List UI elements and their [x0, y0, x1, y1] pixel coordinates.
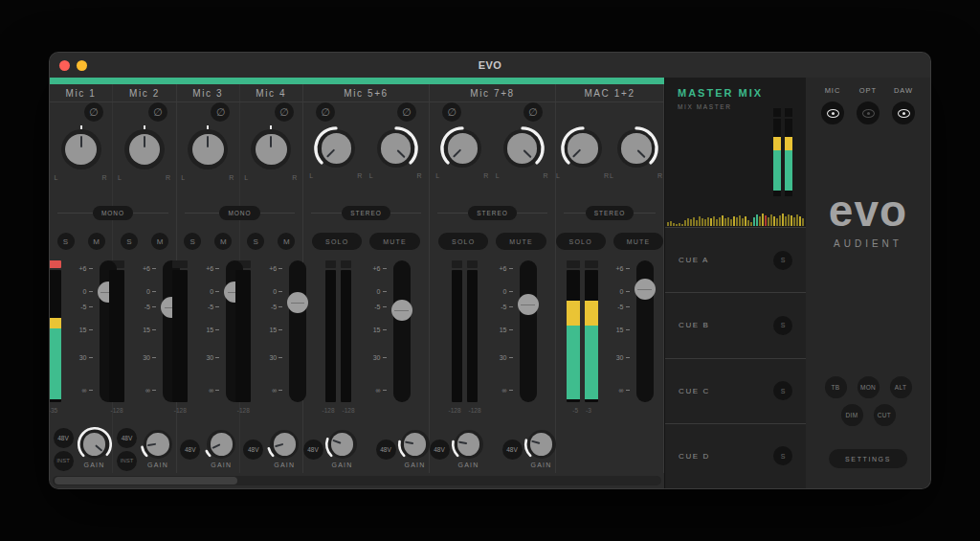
- cue-list: CUE ASCUE BSCUE CSCUE DS: [665, 227, 806, 488]
- inst-button[interactable]: INST: [117, 451, 137, 471]
- fader[interactable]: [393, 260, 411, 402]
- pan-knob-right[interactable]: [503, 129, 542, 168]
- cue-solo-button[interactable]: S: [773, 316, 792, 335]
- fader-handle[interactable]: [518, 294, 539, 315]
- level-meter: [567, 260, 580, 402]
- settings-button[interactable]: SETTINGS: [829, 449, 907, 468]
- cut-button[interactable]: CUT: [874, 404, 896, 426]
- minimize-window-button[interactable]: [77, 60, 87, 71]
- mute-button[interactable]: MUTE: [496, 233, 546, 250]
- gain-knob[interactable]: [455, 430, 483, 459]
- phantom-48v-button[interactable]: 48V: [502, 440, 523, 460]
- phantom-48v-button[interactable]: 48V: [180, 440, 200, 460]
- solo-button[interactable]: S: [121, 233, 138, 250]
- phantom-48v-button[interactable]: 48V: [430, 440, 450, 460]
- phantom-48v-button[interactable]: 48V: [376, 440, 396, 460]
- fader-handle[interactable]: [391, 300, 412, 321]
- mute-button[interactable]: M: [151, 233, 168, 250]
- fader[interactable]: [636, 260, 654, 402]
- gain-label: GAIN: [147, 462, 168, 468]
- accent-bar: [50, 78, 664, 84]
- phase-button-right[interactable]: ∅: [523, 102, 543, 122]
- scale-tick: -5: [368, 304, 387, 310]
- cue-solo-button[interactable]: S: [773, 381, 792, 400]
- channel-mode-pill[interactable]: MONO: [93, 206, 133, 220]
- phase-button[interactable]: ∅: [84, 102, 103, 122]
- channel-pair: Mic 7+8∅∅LRLRSOLOMUTE-128-128+60-51530∞4…: [430, 84, 556, 473]
- phase-button-right[interactable]: ∅: [397, 102, 416, 122]
- channel-mode-pill[interactable]: MONO: [219, 206, 259, 220]
- cue-row-a[interactable]: CUE AS: [665, 227, 806, 292]
- gain-knob[interactable]: [527, 430, 556, 459]
- solo-button[interactable]: S: [184, 233, 201, 250]
- phantom-48v-button[interactable]: 48V: [117, 428, 137, 448]
- pan-lr-labels: LR: [369, 172, 423, 179]
- solo-button[interactable]: SOLO: [312, 233, 362, 250]
- channel-mode-pill[interactable]: STEREO: [468, 206, 517, 220]
- pan-knob-left[interactable]: [443, 129, 481, 168]
- gain-knob[interactable]: [270, 430, 299, 459]
- phantom-48v-button[interactable]: 48V: [243, 440, 263, 460]
- solo-button[interactable]: S: [247, 233, 264, 250]
- inst-button[interactable]: INST: [54, 451, 74, 471]
- meter-level-label: -5-3: [572, 402, 591, 417]
- pan-knob[interactable]: [188, 129, 228, 169]
- phase-button-left[interactable]: ∅: [316, 102, 335, 122]
- phantom-48v-button[interactable]: 48V: [54, 428, 74, 448]
- eye-icon: [898, 109, 910, 118]
- mon-button[interactable]: MON: [858, 376, 880, 398]
- phase-button[interactable]: ∅: [148, 102, 167, 122]
- solo-button[interactable]: S: [57, 233, 75, 250]
- pan-lr-labels: LR: [610, 172, 663, 179]
- alt-speaker-button[interactable]: ALT: [890, 376, 912, 398]
- mute-button[interactable]: M: [278, 233, 295, 250]
- cue-row-d[interactable]: CUE DS: [665, 423, 806, 488]
- channel-strip: Mic 5+6∅∅LRLRSOLOMUTE-128-128+60-51530∞4…: [303, 84, 429, 473]
- scale-tick: 15: [494, 327, 513, 333]
- daw-visibility-button[interactable]: [892, 101, 915, 124]
- gain-knob[interactable]: [328, 430, 357, 459]
- solo-button[interactable]: SOLO: [556, 233, 606, 250]
- cue-label: CUE B: [679, 321, 709, 329]
- fader-handle[interactable]: [635, 279, 656, 300]
- pan-knob[interactable]: [61, 129, 101, 169]
- cue-row-b[interactable]: CUE BS: [665, 292, 806, 357]
- talkback-button[interactable]: TB: [825, 376, 847, 398]
- channel-mode-pill[interactable]: STEREO: [586, 206, 635, 220]
- cue-row-c[interactable]: CUE CS: [665, 358, 806, 423]
- gain-knob[interactable]: [207, 430, 235, 459]
- gain-knob[interactable]: [80, 430, 109, 459]
- solo-button[interactable]: SOLO: [438, 233, 488, 250]
- cue-solo-button[interactable]: S: [773, 446, 792, 465]
- phase-button-left[interactable]: ∅: [442, 102, 461, 122]
- pan-knob[interactable]: [251, 129, 291, 169]
- phantom-48v-button[interactable]: 48V: [303, 440, 323, 460]
- mic-visibility-button[interactable]: [821, 101, 844, 124]
- opt-visibility-button[interactable]: [857, 101, 880, 124]
- fader[interactable]: [520, 260, 537, 402]
- dim-button[interactable]: DIM: [841, 404, 863, 426]
- mute-button[interactable]: M: [88, 233, 105, 250]
- phase-button[interactable]: ∅: [275, 102, 294, 122]
- waveform-bar: [667, 222, 669, 226]
- scrollbar-thumb[interactable]: [55, 477, 237, 485]
- mute-button[interactable]: MUTE: [613, 233, 664, 250]
- channel-mode-pill[interactable]: STEREO: [342, 206, 390, 220]
- pan-knob-left[interactable]: [564, 129, 602, 168]
- phase-button[interactable]: ∅: [211, 102, 230, 122]
- level-meter: [585, 260, 598, 402]
- waveform-bar: [707, 217, 709, 226]
- pan-knob-right[interactable]: [617, 129, 656, 168]
- mute-button[interactable]: M: [214, 233, 232, 250]
- close-window-button[interactable]: [59, 60, 70, 71]
- mute-button[interactable]: MUTE: [369, 233, 420, 250]
- horizontal-scrollbar[interactable]: [53, 476, 661, 485]
- gain-knob[interactable]: [144, 430, 172, 459]
- gain-knob[interactable]: [401, 430, 430, 459]
- pan-knob-left[interactable]: [317, 129, 355, 168]
- waveform-bar: [690, 219, 692, 226]
- pan-knob[interactable]: [124, 129, 165, 169]
- eye-icon: [827, 109, 839, 118]
- pan-knob-right[interactable]: [377, 129, 415, 168]
- cue-solo-button[interactable]: S: [773, 251, 792, 270]
